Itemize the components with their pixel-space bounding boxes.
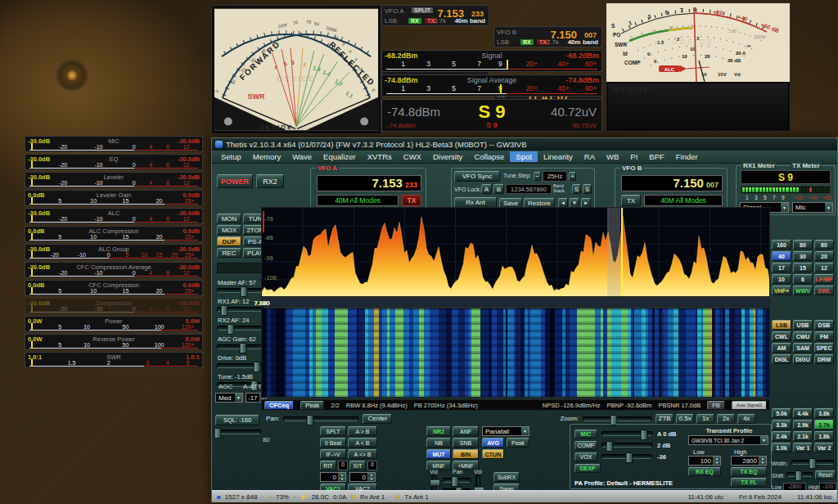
chevron-down-icon[interactable]: ▼: [234, 394, 242, 402]
peak-display-button[interactable]: Peak: [507, 438, 529, 448]
vfo-op-button[interactable]: 0 Beat: [320, 438, 346, 448]
fb-button[interactable]: FB: [707, 401, 725, 410]
window-titlebar[interactable]: Thetis v2.10.3.4 x64 (01/07/24) (FW v7.3…: [212, 138, 837, 151]
mode-button[interactable]: CWL: [772, 331, 791, 341]
dsp-button[interactable]: ANF: [453, 426, 479, 436]
filter-button[interactable]: Var 2: [814, 443, 834, 452]
pan-audio-slider[interactable]: [443, 478, 471, 483]
tx-filter-button[interactable]: TX FL: [731, 478, 767, 487]
menu-item[interactable]: PI: [624, 151, 643, 162]
frequency-scale[interactable]: 7.0907.1007.1107.1207.1307.1407.1507.160…: [261, 298, 770, 307]
menu-item[interactable]: Spot: [510, 151, 538, 162]
dsp-button[interactable]: SNB: [453, 438, 479, 448]
panadapter-spectrum[interactable]: -76 -86 -96 -106: [261, 207, 770, 297]
shift-reset-button[interactable]: Reset: [815, 470, 836, 479]
squelch-slider[interactable]: [215, 430, 261, 434]
avg-button[interactable]: AVG: [482, 438, 504, 448]
tune-step-minus-button[interactable]: −: [534, 172, 541, 181]
vfo-b-mode-display[interactable]: 40M All Modes: [644, 195, 723, 206]
filter-button[interactable]: 2.9k: [793, 420, 813, 430]
dsp-button[interactable]: NR2: [426, 426, 451, 436]
step-down-icon[interactable]: ▼: [759, 461, 766, 465]
mode-button[interactable]: DRM: [814, 354, 834, 364]
zoom-preset-button[interactable]: 2x: [717, 414, 735, 424]
transmit-profile-select[interactable]: GW3IVB TCI 30 Jan 2▼: [688, 435, 768, 445]
rit-button[interactable]: RIT: [320, 461, 336, 470]
mode-button[interactable]: DIGL: [772, 354, 791, 364]
rx-eq-button[interactable]: RX EQ: [688, 467, 721, 476]
rx2-button[interactable]: RX2: [256, 174, 284, 188]
filter-button[interactable]: Var 1: [793, 443, 813, 452]
band-button[interactable]: 12: [814, 263, 834, 272]
slider-track[interactable]: [217, 288, 264, 293]
band-button[interactable]: 60: [814, 240, 834, 250]
shift-slider[interactable]: [786, 472, 813, 477]
vfo-op-button[interactable]: IF->V: [320, 449, 346, 459]
band-button[interactable]: 30: [793, 251, 813, 261]
vfo-op-button[interactable]: A < B: [348, 438, 377, 448]
tx-antenna-readout[interactable]: Tx Ant 1: [404, 493, 428, 501]
band-stack-s1-button[interactable]: S: [572, 184, 581, 194]
comp-slider[interactable]: [601, 443, 652, 448]
vfo-b-tx-button[interactable]: TX: [621, 195, 641, 206]
auto-signal-button[interactable]: Auto Signal2: [732, 401, 767, 410]
menu-item[interactable]: Memory: [247, 151, 286, 162]
dsp-button[interactable]: BIN: [453, 449, 479, 459]
vfo-a-display[interactable]: VFO A SPLIT 7.153 233 LSB RX TX 2.7k 40m…: [381, 5, 489, 26]
vfo-op-button[interactable]: A <> B: [348, 449, 377, 459]
dsp-button[interactable]: MUT: [426, 449, 451, 459]
chevron-down-icon[interactable]: ▼: [520, 427, 529, 435]
filter-button[interactable]: 2.4k: [772, 431, 791, 441]
subrx-button[interactable]: SubRX: [493, 472, 520, 482]
menu-item[interactable]: WB: [601, 151, 624, 162]
filter-button[interactable]: 3.3k: [772, 420, 791, 430]
menu-item[interactable]: Collapse: [468, 151, 510, 162]
mode-button[interactable]: CWU: [793, 331, 813, 341]
filter-button[interactable]: 2.1k: [793, 431, 813, 441]
sidebar-button[interactable]: REC: [217, 248, 241, 258]
vfo-sync-button[interactable]: VFO Sync: [454, 171, 500, 182]
filter-passband[interactable]: [607, 208, 621, 296]
step-down-icon[interactable]: ▼: [714, 461, 720, 465]
width-slider[interactable]: [791, 460, 834, 465]
vox-button[interactable]: VOX: [574, 452, 597, 461]
dsp-button[interactable]: NB: [426, 438, 451, 448]
filter-button[interactable]: 3.8k: [814, 408, 834, 418]
band-button[interactable]: 15: [793, 263, 813, 272]
mode-button[interactable]: SAM: [793, 343, 813, 353]
vfo-a-tx-button[interactable]: TX: [402, 195, 421, 206]
vfo-b-frequency-display[interactable]: 7.150 007: [621, 175, 723, 191]
mic-slider[interactable]: [601, 431, 652, 436]
squelch-button[interactable]: SQL: -160: [215, 415, 259, 425]
menu-item[interactable]: Finder: [670, 151, 704, 162]
band-stack-s2-button[interactable]: S: [583, 184, 592, 194]
mode-button[interactable]: DSB: [814, 320, 834, 330]
tuning-cursor[interactable]: [621, 208, 623, 296]
filter-button[interactable]: 2.7k: [814, 420, 834, 430]
menu-item[interactable]: Diversity: [427, 151, 468, 162]
display-mode-select[interactable]: Panafall▼: [482, 426, 529, 436]
pan-slider[interactable]: [283, 416, 358, 421]
tune-step-value[interactable]: 25Hz: [543, 171, 567, 182]
mode-button[interactable]: USB: [793, 320, 813, 330]
band-button[interactable]: 160: [772, 240, 791, 250]
vfo-op-button[interactable]: A > B: [348, 426, 377, 436]
power-button[interactable]: POWER: [217, 174, 253, 188]
filter-button[interactable]: 1.8k: [814, 431, 834, 441]
vox-slider[interactable]: [601, 454, 652, 459]
mode-button[interactable]: LSB: [772, 320, 791, 330]
menu-item[interactable]: CWX: [398, 151, 427, 162]
band-button[interactable]: 80: [793, 240, 813, 250]
band-button[interactable]: 40: [772, 251, 791, 261]
vfo-b-display[interactable]: VFO B 7.150 007 LSB RX TX 2.7k 40m band: [493, 26, 602, 47]
rit-stepper[interactable]: 0 ▲▼: [320, 472, 346, 482]
band-button[interactable]: SWL: [814, 286, 834, 295]
zoom-preset-button[interactable]: ZTB: [656, 414, 674, 424]
cfc-eq-button[interactable]: CFCeq: [264, 401, 294, 410]
menu-item[interactable]: Linearity: [538, 151, 579, 162]
vfo-op-button[interactable]: SPLT: [320, 426, 346, 436]
band-button[interactable]: WWV: [793, 286, 813, 295]
dexp-button[interactable]: DEXP: [574, 464, 601, 473]
band-button[interactable]: 17: [772, 263, 791, 272]
band-button[interactable]: LF/MF: [814, 274, 834, 284]
